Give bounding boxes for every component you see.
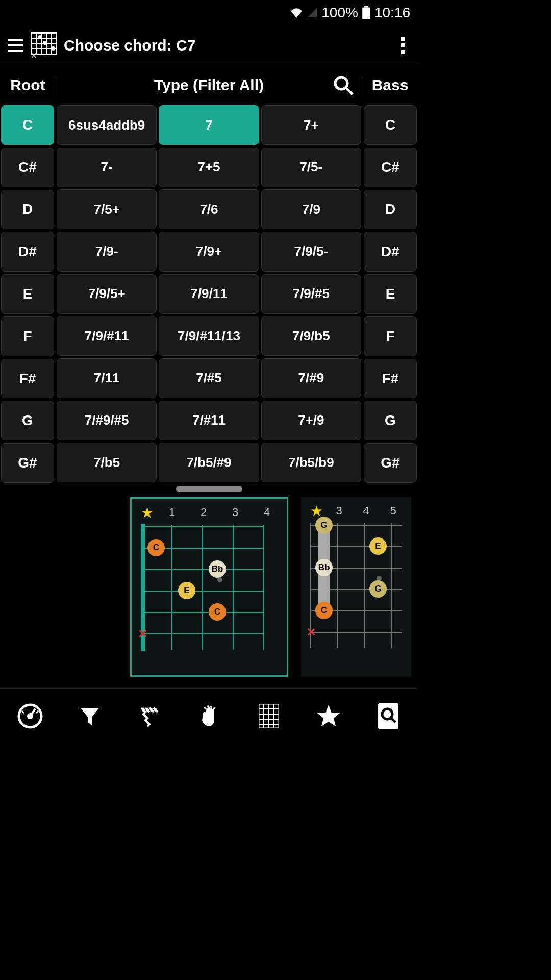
nav-search-button[interactable] — [358, 689, 418, 743]
fretboard-1: C Bb E C ✕ — [136, 522, 268, 665]
type-option[interactable]: 7/9/5+ — [57, 274, 157, 314]
battery-percent: 100% — [321, 5, 358, 21]
type-option[interactable]: 7/9/#11 — [57, 316, 157, 356]
bass-option[interactable]: G — [364, 401, 417, 440]
svg-line-13 — [22, 711, 24, 713]
type-option[interactable]: 7+5 — [159, 148, 259, 187]
svg-point-17 — [150, 708, 153, 712]
type-option[interactable]: 7/9/#5 — [261, 274, 361, 314]
bass-column[interactable]: CC#DD#EFF#GG# — [363, 105, 418, 483]
status-bar: 100% 10:16 — [0, 0, 418, 26]
svg-rect-5 — [401, 37, 405, 41]
nav-hand-button[interactable] — [179, 689, 239, 743]
note-dot: Bb — [209, 560, 226, 578]
bass-option[interactable]: D# — [364, 232, 417, 272]
note-dot: E — [178, 582, 195, 599]
type-option[interactable]: 7/#11 — [159, 401, 259, 440]
svg-rect-3 — [8, 44, 23, 46]
type-column-header: Type (Filter All) — [56, 77, 362, 94]
svg-point-22 — [213, 707, 215, 709]
type-grid[interactable]: 6sus4addb977+7-7+57/5-7/5+7/67/97/9-7/9+… — [55, 105, 363, 483]
type-option[interactable]: 7/b5/b9 — [261, 443, 361, 482]
type-option[interactable]: 7/6 — [159, 189, 259, 229]
svg-rect-4 — [8, 50, 23, 52]
page-title: Choose chord: C7 — [64, 37, 393, 54]
type-option[interactable]: 7/#9/#5 — [57, 401, 157, 440]
bass-option[interactable]: F# — [364, 359, 417, 399]
wifi-icon — [290, 8, 303, 18]
mute-x-icon: ✕ — [138, 627, 148, 641]
column-headers: Root Type (Filter All) Bass — [0, 65, 418, 105]
type-option[interactable]: 7/#5 — [159, 358, 259, 398]
chord-picker: CC#DD#EFF#GG# 6sus4addb977+7-7+57/5-7/5+… — [0, 105, 418, 483]
bass-option[interactable]: D — [364, 190, 417, 230]
hamburger-menu-button[interactable] — [5, 37, 26, 54]
fretboard-2: G E Bb G C ✕ — [305, 521, 407, 664]
type-option[interactable]: 7+ — [261, 105, 361, 145]
chord-diagrams-row[interactable]: ★ 1 2 3 4 C Bb E C ✕ ★ — [0, 492, 418, 682]
type-option[interactable]: 7/9/5- — [261, 232, 361, 272]
root-option[interactable]: C — [1, 105, 54, 145]
hint-dot — [217, 577, 222, 582]
bass-option[interactable]: G# — [364, 443, 417, 483]
note-dot: Bb — [315, 559, 333, 576]
root-option[interactable]: D — [1, 190, 54, 230]
drag-handle[interactable] — [176, 486, 242, 492]
app-bar: ✕ Choose chord: C7 — [0, 26, 418, 65]
nav-filter-button[interactable] — [60, 689, 119, 743]
svg-line-9 — [346, 88, 353, 94]
type-option[interactable]: 7/9/#11/13 — [159, 316, 259, 356]
note-dot: C — [147, 539, 165, 556]
type-option[interactable]: 7 — [159, 105, 259, 145]
nav-tuner-button[interactable] — [0, 689, 60, 743]
type-option[interactable]: 7/b5/#9 — [159, 443, 259, 482]
type-option[interactable]: 7+/9 — [261, 401, 361, 440]
type-option[interactable]: 7/9 — [261, 189, 361, 229]
search-button[interactable] — [333, 75, 354, 96]
type-option[interactable]: 7/9- — [57, 232, 157, 272]
svg-rect-6 — [401, 43, 405, 47]
battery-icon — [362, 6, 370, 19]
nav-favorites-button[interactable] — [298, 689, 358, 743]
root-option[interactable]: G# — [1, 443, 54, 483]
chord-diagram-2[interactable]: ★ 3 4 5 G E Bb G C ✕ — [301, 497, 411, 677]
svg-point-16 — [146, 708, 149, 712]
root-option[interactable]: C# — [1, 148, 54, 187]
bass-option[interactable]: C# — [364, 148, 417, 187]
favorite-star-icon: ★ — [141, 504, 154, 521]
type-option[interactable]: 7/9+ — [159, 232, 259, 272]
type-option[interactable]: 7/9/11 — [159, 274, 259, 314]
chord-diagram-1[interactable]: ★ 1 2 3 4 C Bb E C ✕ — [130, 497, 288, 677]
bass-option[interactable]: F — [364, 316, 417, 356]
root-option[interactable]: F# — [1, 359, 54, 399]
app-icon: ✕ — [31, 32, 59, 59]
svg-point-19 — [204, 707, 206, 709]
root-option[interactable]: G — [1, 401, 54, 440]
type-option[interactable]: 7/5- — [261, 148, 361, 187]
nav-grid-button[interactable] — [239, 689, 298, 743]
bottom-nav — [0, 688, 418, 743]
root-option[interactable]: F — [1, 316, 54, 356]
bass-column-header: Bass — [362, 77, 418, 94]
svg-line-14 — [36, 711, 38, 713]
type-option[interactable]: 7- — [57, 148, 157, 187]
root-option[interactable]: E — [1, 274, 54, 314]
type-option[interactable]: 7/b5 — [57, 443, 157, 482]
bass-option[interactable]: E — [364, 274, 417, 314]
nav-scales-button[interactable] — [119, 689, 179, 743]
bass-option[interactable]: C — [364, 105, 417, 145]
svg-rect-2 — [8, 39, 23, 41]
type-option[interactable]: 6sus4addb9 — [57, 105, 157, 145]
signal-icon — [307, 8, 317, 18]
root-column[interactable]: CC#DD#EFF#GG# — [0, 105, 55, 483]
svg-rect-7 — [401, 50, 405, 54]
type-option[interactable]: 7/9/b5 — [261, 316, 361, 356]
type-option[interactable]: 7/#9 — [261, 358, 361, 398]
note-dot: E — [369, 537, 387, 555]
note-dot: C — [315, 602, 333, 619]
root-option[interactable]: D# — [1, 232, 54, 272]
overflow-menu-button[interactable] — [393, 37, 413, 54]
root-column-header: Root — [0, 77, 56, 94]
type-option[interactable]: 7/5+ — [57, 189, 157, 229]
type-option[interactable]: 7/11 — [57, 358, 157, 398]
